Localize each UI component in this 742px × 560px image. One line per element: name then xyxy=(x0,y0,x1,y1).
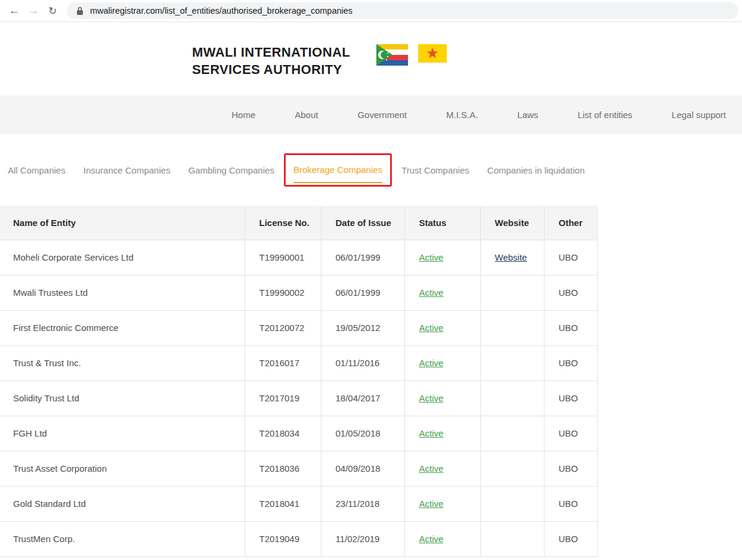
status-link[interactable]: Active xyxy=(419,287,444,298)
lock-icon xyxy=(76,7,84,16)
nav-item-government[interactable]: Government xyxy=(357,110,407,120)
website-cell xyxy=(480,521,544,556)
header-license-no: License No. xyxy=(245,206,321,240)
entity-name-cell: Mwali Trustees Ltd xyxy=(0,275,245,310)
date-of-issue-cell: 01/05/2018 xyxy=(321,416,404,451)
site-title-line2: SERVICES AUTHORITY xyxy=(192,61,350,78)
header-other: Other xyxy=(544,206,597,240)
other-cell: UBO xyxy=(544,275,597,310)
forward-icon[interactable]: → xyxy=(24,4,43,17)
date-of-issue-cell: 06/01/1999 xyxy=(321,275,404,310)
nav-item-list-of-entities[interactable]: List of entities xyxy=(577,110,632,120)
nav-item-misa[interactable]: M.I.S.A. xyxy=(446,110,478,120)
other-cell: UBO xyxy=(544,310,597,345)
date-of-issue-cell: 01/11/2016 xyxy=(321,345,404,380)
nav-item-home[interactable]: Home xyxy=(231,110,255,120)
entities-table: Name of Entity License No. Date of Issue… xyxy=(0,206,598,557)
license-no-cell: T2018036 xyxy=(245,451,321,486)
other-cell: UBO xyxy=(544,521,597,556)
table-row: First Electronic CommerceT2012007219/05/… xyxy=(0,310,597,345)
table-row: Trust Asset CorporationT201803604/09/201… xyxy=(0,451,597,486)
other-cell: UBO xyxy=(544,451,597,486)
website-cell xyxy=(480,310,544,345)
status-link[interactable]: Active xyxy=(419,323,444,333)
status-link[interactable]: Active xyxy=(419,499,444,509)
status-cell: Active xyxy=(404,416,480,451)
table-row: Moheli Corporate Services LtdT1999000106… xyxy=(0,240,597,275)
entity-name-cell: Moheli Corporate Services Ltd xyxy=(0,240,245,275)
site-title-line1: MWALI INTERNATIONAL xyxy=(192,44,350,61)
license-no-cell: T2018034 xyxy=(245,416,321,451)
other-cell: UBO xyxy=(544,240,597,275)
status-link[interactable]: Active xyxy=(419,393,444,403)
nav-item-about[interactable]: About xyxy=(295,110,318,120)
table-row: Solidity Trust LtdT201701918/04/2017Acti… xyxy=(0,380,597,416)
tab-trust-companies[interactable]: Trust Companies xyxy=(401,165,469,175)
status-cell: Active xyxy=(404,240,480,275)
license-no-cell: T2016017 xyxy=(245,345,321,380)
license-no-cell: T2019049 xyxy=(245,521,321,556)
tab-gambling-companies[interactable]: Gambling Companies xyxy=(188,165,274,175)
tab-all-companies[interactable]: All Companies xyxy=(8,165,66,175)
tab-brokerage-companies[interactable]: Brokerage Companies xyxy=(293,165,382,183)
table-row: TrustMen Corp.T201904911/02/2019ActiveUB… xyxy=(0,521,597,556)
date-of-issue-cell: 06/01/1999 xyxy=(321,240,404,275)
status-cell: Active xyxy=(404,380,480,416)
nav-item-laws[interactable]: Laws xyxy=(517,110,538,120)
license-no-cell: T19990002 xyxy=(245,275,321,310)
comoros-flag-icon xyxy=(376,44,408,66)
header-date-of-issue: Date of Issue xyxy=(321,206,404,240)
other-cell: UBO xyxy=(544,345,597,380)
status-link[interactable]: Active xyxy=(419,534,444,544)
status-cell: Active xyxy=(404,521,480,556)
nav-item-legal-support[interactable]: Legal support xyxy=(672,110,726,120)
date-of-issue-cell: 04/09/2018 xyxy=(321,451,404,486)
website-link[interactable]: Website xyxy=(495,252,527,262)
site-title: MWALI INTERNATIONAL SERVICES AUTHORITY xyxy=(192,44,350,78)
website-cell xyxy=(480,451,544,486)
website-cell xyxy=(480,275,544,310)
date-of-issue-cell: 11/02/2019 xyxy=(321,521,404,556)
website-cell xyxy=(480,486,544,521)
table-row: Gold Standard LtdT201804123/11/2018Activ… xyxy=(0,486,597,521)
license-no-cell: T2018041 xyxy=(245,486,321,521)
status-link[interactable]: Active xyxy=(419,252,444,262)
url-text: mwaliregistrar.com/list_of_entities/auth… xyxy=(90,6,353,16)
entity-name-cell: Trust & Trust Inc. xyxy=(0,345,245,380)
entity-name-cell: Gold Standard Ltd xyxy=(0,486,245,521)
website-cell xyxy=(480,380,544,416)
back-icon[interactable]: ← xyxy=(5,4,24,17)
browser-chrome: ← → ↻ mwaliregistrar.com/list_of_entitie… xyxy=(0,0,742,22)
status-link[interactable]: Active xyxy=(419,463,444,474)
header-website: Website xyxy=(480,206,544,240)
site-header: MWALI INTERNATIONAL SERVICES AUTHORITY xyxy=(0,22,742,95)
license-no-cell: T19990001 xyxy=(245,240,321,275)
tab-insurance-companies[interactable]: Insurance Companies xyxy=(84,165,171,175)
entity-name-cell: First Electronic Commerce xyxy=(0,310,245,345)
website-cell xyxy=(480,416,544,451)
header-status: Status xyxy=(404,206,480,240)
status-link[interactable]: Active xyxy=(419,428,444,438)
entity-name-cell: Solidity Trust Ltd xyxy=(0,380,245,416)
other-cell: UBO xyxy=(544,416,597,451)
date-of-issue-cell: 18/04/2017 xyxy=(321,380,404,416)
refresh-icon[interactable]: ↻ xyxy=(43,5,62,17)
entity-tabs: All Companies Insurance Companies Gambli… xyxy=(0,134,742,206)
status-cell: Active xyxy=(404,451,480,486)
entity-name-cell: TrustMen Corp. xyxy=(0,521,245,556)
license-no-cell: T20120072 xyxy=(245,310,321,345)
active-tab-highlight-box: Brokerage Companies xyxy=(284,153,392,187)
license-no-cell: T2017019 xyxy=(245,380,321,416)
other-cell: UBO xyxy=(544,486,597,521)
website-cell xyxy=(480,345,544,380)
other-cell: UBO xyxy=(544,380,597,416)
status-link[interactable]: Active xyxy=(419,358,444,368)
status-cell: Active xyxy=(404,275,480,310)
tab-companies-in-liquidation[interactable]: Companies in liquidation xyxy=(487,165,585,175)
address-bar[interactable]: mwaliregistrar.com/list_of_entities/auth… xyxy=(67,2,738,19)
yellow-star-flag-icon xyxy=(418,44,447,63)
table-header-row: Name of Entity License No. Date of Issue… xyxy=(0,206,597,240)
header-name-of-entity: Name of Entity xyxy=(0,206,245,240)
table-row: FGH LtdT201803401/05/2018ActiveUBO xyxy=(0,416,597,451)
date-of-issue-cell: 19/05/2012 xyxy=(321,310,404,345)
